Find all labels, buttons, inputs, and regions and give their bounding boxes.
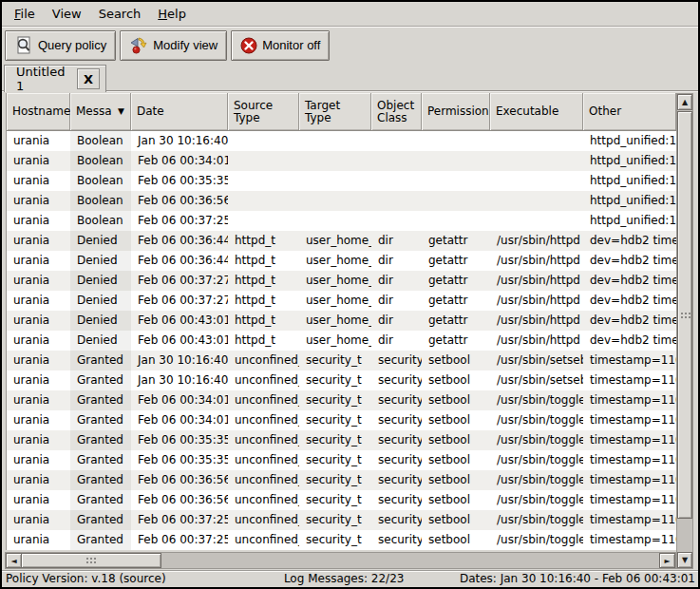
table-cell: urania bbox=[7, 470, 70, 490]
table-cell: urania bbox=[7, 331, 70, 351]
table-cell bbox=[371, 211, 422, 231]
table-cell: security bbox=[371, 510, 422, 530]
table-cell: security_t bbox=[299, 470, 371, 490]
table-cell: httpd_unified:1, h bbox=[583, 131, 676, 151]
table-cell bbox=[371, 171, 422, 191]
table-cell bbox=[371, 191, 422, 211]
table-cell: timestamp=11076 bbox=[583, 470, 676, 490]
table-cell: security_t bbox=[299, 510, 371, 530]
table-cell: /usr/sbin/httpd bbox=[490, 311, 583, 331]
menu-help[interactable]: Help bbox=[149, 4, 195, 24]
table-cell: urania bbox=[7, 231, 70, 251]
scroll-down-button[interactable]: ▼ bbox=[677, 552, 692, 568]
table-cell: Boolean bbox=[70, 211, 131, 231]
menu-view[interactable]: View bbox=[44, 4, 90, 24]
table-cell: httpd_t bbox=[228, 331, 299, 351]
column-header-object-class[interactable]: Object Class bbox=[371, 93, 422, 130]
table-row[interactable]: uraniaGrantedFeb 06 00:34:01unconfined_s… bbox=[7, 410, 676, 430]
table-cell: dir bbox=[371, 231, 422, 251]
table-cell: urania bbox=[7, 191, 70, 211]
table-cell: dir bbox=[371, 251, 422, 271]
menu-search[interactable]: Search bbox=[90, 4, 150, 24]
table-row[interactable]: uraniaGrantedFeb 06 00:37:25unconfined_s… bbox=[7, 510, 676, 530]
table-row[interactable]: uraniaDeniedFeb 06 00:37:27httpd_tuser_h… bbox=[7, 291, 676, 311]
table-cell bbox=[490, 151, 583, 171]
menu-file[interactable]: File bbox=[6, 4, 44, 24]
table-row[interactable]: uraniaBooleanFeb 06 00:37:25httpd_unifie… bbox=[7, 211, 676, 231]
table-row[interactable]: uraniaDeniedFeb 06 00:36:44httpd_tuser_h… bbox=[7, 251, 676, 271]
query-policy-button[interactable]: Query policy bbox=[5, 30, 116, 61]
table-cell: security_t bbox=[299, 390, 371, 410]
table-row[interactable]: uraniaGrantedFeb 06 00:36:56unconfined_s… bbox=[7, 470, 676, 490]
column-header-message[interactable]: Messa▼ bbox=[70, 93, 131, 130]
table-cell: security_t bbox=[299, 490, 371, 510]
table-cell: setbool bbox=[422, 530, 490, 550]
table-row[interactable]: uraniaDeniedFeb 06 00:43:01httpd_tuser_h… bbox=[7, 311, 676, 331]
column-header-other[interactable]: Other bbox=[583, 93, 676, 130]
table-cell: dev=hdb2 timesta bbox=[583, 271, 676, 291]
table-cell: security bbox=[371, 530, 422, 550]
table-cell: setbool bbox=[422, 410, 490, 430]
column-header-permission[interactable]: Permission bbox=[422, 93, 490, 130]
table-cell bbox=[228, 131, 299, 151]
table-cell: Feb 06 00:35:35 bbox=[131, 430, 228, 450]
table-row[interactable]: uraniaBooleanFeb 06 00:35:35httpd_unifie… bbox=[7, 171, 676, 191]
column-header-date[interactable]: Date bbox=[131, 93, 228, 130]
table-row[interactable]: uraniaGrantedFeb 06 00:37:25unconfined_s… bbox=[7, 530, 676, 550]
table-row[interactable]: uraniaBooleanFeb 06 00:34:01httpd_unifie… bbox=[7, 151, 676, 171]
table-cell: dir bbox=[371, 291, 422, 311]
tab-close-button[interactable]: X bbox=[77, 68, 100, 89]
table-row[interactable]: uraniaGrantedJan 30 10:16:40unconfined_s… bbox=[7, 370, 676, 390]
table-cell: timestamp=11076 bbox=[583, 490, 676, 510]
table-cell: dev=hdb2 timesta bbox=[583, 291, 676, 311]
tab-untitled-1[interactable]: Untitled 1 X bbox=[4, 65, 106, 92]
log-messages-status: Log Messages: 22/23 bbox=[284, 572, 405, 585]
table-cell bbox=[371, 131, 422, 151]
table-cell bbox=[490, 171, 583, 191]
monitor-off-button[interactable]: Monitor off bbox=[231, 30, 330, 61]
menu-bar: File View Search Help bbox=[2, 2, 698, 27]
table-cell: setbool bbox=[422, 470, 490, 490]
table-cell: Granted bbox=[70, 351, 131, 370]
table-row[interactable]: uraniaDeniedFeb 06 00:36:44httpd_tuser_h… bbox=[7, 231, 676, 251]
table-cell: Granted bbox=[70, 390, 131, 410]
table-row[interactable]: uraniaDeniedFeb 06 00:43:01httpd_tuser_h… bbox=[7, 331, 676, 351]
table-cell: getattr bbox=[422, 331, 490, 351]
horizontal-scrollbar-thumb[interactable] bbox=[21, 553, 161, 568]
column-header-target-type[interactable]: Target Type bbox=[299, 93, 371, 130]
scroll-up-button[interactable]: ▲ bbox=[677, 94, 692, 110]
scroll-left-icon: ◄ bbox=[10, 557, 16, 565]
table-cell bbox=[299, 191, 371, 211]
scroll-left-button[interactable]: ◄ bbox=[6, 553, 22, 568]
table-cell: Feb 06 00:36:56 bbox=[131, 470, 228, 490]
table-row[interactable]: uraniaBooleanJan 30 10:16:40httpd_unifie… bbox=[7, 131, 676, 151]
table-cell: /usr/sbin/toggle bbox=[490, 470, 583, 490]
horizontal-scrollbar[interactable]: ◄ ► bbox=[5, 552, 676, 569]
vertical-scrollbar-thumb[interactable] bbox=[677, 111, 692, 519]
table-cell: timestamp=11071 bbox=[583, 370, 676, 390]
table-row[interactable]: uraniaBooleanFeb 06 00:36:56httpd_unifie… bbox=[7, 191, 676, 211]
log-table: Hostname Messa▼ Date Source Type Target … bbox=[6, 93, 676, 550]
column-header-source-type[interactable]: Source Type bbox=[228, 93, 299, 130]
table-row[interactable]: uraniaGrantedFeb 06 00:36:56unconfined_s… bbox=[7, 490, 676, 510]
sort-desc-icon: ▼ bbox=[118, 105, 128, 118]
table-cell: setbool bbox=[422, 390, 490, 410]
column-header-executable[interactable]: Executable bbox=[490, 93, 583, 130]
column-header-hostname[interactable]: Hostname bbox=[7, 93, 70, 130]
table-row[interactable]: uraniaDeniedFeb 06 00:37:27httpd_tuser_h… bbox=[7, 271, 676, 291]
vertical-scrollbar[interactable]: ▲ ▼ bbox=[676, 93, 693, 569]
table-row[interactable]: uraniaGrantedJan 30 10:16:40unconfined_s… bbox=[7, 351, 676, 370]
table-cell: httpd_t bbox=[228, 291, 299, 311]
table-cell: Granted bbox=[70, 470, 131, 490]
table-row[interactable]: uraniaGrantedFeb 06 00:35:35unconfined_s… bbox=[7, 450, 676, 470]
table-row[interactable]: uraniaGrantedFeb 06 00:34:01unconfined_s… bbox=[7, 390, 676, 410]
table-cell: security bbox=[371, 370, 422, 390]
table-cell: /usr/sbin/toggle bbox=[490, 510, 583, 530]
scroll-right-button[interactable]: ► bbox=[659, 553, 675, 568]
table-cell: /usr/sbin/setseb bbox=[490, 351, 583, 370]
table-cell: /usr/sbin/httpd bbox=[490, 271, 583, 291]
tab-bar: Untitled 1 X bbox=[2, 63, 698, 91]
modify-view-button[interactable]: Modify view bbox=[120, 30, 227, 61]
table-row[interactable]: uraniaGrantedFeb 06 00:35:35unconfined_s… bbox=[7, 430, 676, 450]
table-cell: timestamp=11076 bbox=[583, 510, 676, 530]
